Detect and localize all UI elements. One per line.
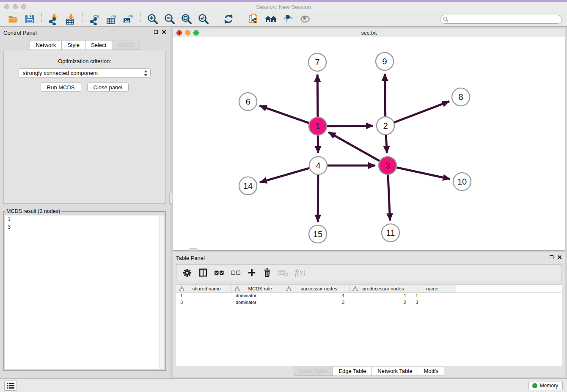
graph-edge-1-7[interactable]: [317, 75, 318, 118]
column-header-predecessor-nodes[interactable]: predecessor nodes: [350, 285, 411, 293]
graph-node-2[interactable]: 2: [377, 117, 394, 135]
app-titlebar: Session: New Session: [0, 2, 567, 12]
graph-edge-2-9[interactable]: [385, 74, 385, 118]
close-panel-icon[interactable]: [162, 30, 166, 34]
open-session-button[interactable]: [7, 13, 20, 25]
graph-edge-2-8[interactable]: [393, 101, 449, 123]
close-panel-button[interactable]: Close panel: [87, 83, 129, 92]
tab-motifs[interactable]: Motifs: [418, 367, 444, 376]
svg-text:9: 9: [382, 57, 387, 66]
reset-home-button[interactable]: [264, 13, 278, 25]
save-session-button[interactable]: [23, 13, 36, 25]
pane-divider-handle[interactable]: [169, 193, 172, 204]
graph-node-14[interactable]: 14: [239, 177, 257, 195]
task-history-button[interactable]: [4, 381, 17, 391]
graph-node-7[interactable]: 7: [308, 53, 326, 71]
graph-node-15[interactable]: 15: [309, 225, 327, 243]
tab-select[interactable]: Select: [85, 41, 112, 50]
import-table-button[interactable]: [64, 13, 77, 26]
graph-node-1[interactable]: 1: [309, 117, 327, 135]
run-mcds-button[interactable]: Run MCDS: [41, 83, 81, 92]
tab-network[interactable]: Network: [30, 41, 62, 50]
column-visibility-button[interactable]: [198, 268, 208, 277]
graph-node-6[interactable]: 6: [239, 93, 257, 110]
horizontal-splitter-grip[interactable]: [190, 248, 197, 251]
graph-edge-3-1[interactable]: [328, 132, 380, 161]
column-header-shared-name[interactable]: shared name: [176, 285, 231, 293]
zoom-out-button[interactable]: [163, 12, 176, 26]
svg-text:3: 3: [385, 161, 390, 170]
graph-edge-3-10[interactable]: [396, 167, 450, 179]
tab-node-table[interactable]: Node Table: [294, 367, 333, 376]
column-header-successor-nodes[interactable]: successor nodes: [283, 285, 350, 293]
graph-edge-3-11[interactable]: [388, 174, 390, 221]
float-table-panel-icon[interactable]: [550, 255, 553, 259]
graph-edge-4-14[interactable]: [260, 168, 311, 182]
toolbar-separator: [241, 13, 241, 25]
function-builder-button[interactable]: f(x): [295, 268, 306, 277]
export-network-button[interactable]: [88, 13, 102, 26]
graph-node-10[interactable]: 10: [453, 173, 471, 190]
network-canvas[interactable]: 1234678910111415: [173, 37, 565, 250]
select-stepper-icon: [144, 70, 148, 77]
import-network-button[interactable]: [47, 13, 61, 26]
graph-edge-1-2[interactable]: [326, 126, 373, 126]
control-panel-tabs: Network Style Select MCDS: [0, 41, 170, 50]
graph-node-3[interactable]: 3: [379, 157, 396, 174]
node-table: shared name MCDS role successor nodes pr…: [176, 284, 562, 366]
table-options-button[interactable]: [182, 268, 192, 278]
zoom-fit-button[interactable]: [180, 12, 193, 26]
graph-node-11[interactable]: 11: [382, 224, 399, 242]
tab-mcds[interactable]: MCDS: [112, 41, 140, 50]
export-image-button[interactable]: [121, 13, 135, 26]
tab-style[interactable]: Style: [62, 41, 85, 50]
delete-table-button[interactable]: [278, 268, 289, 277]
table-panel-header: Table Panel: [173, 252, 565, 263]
close-table-panel-icon[interactable]: [557, 255, 562, 259]
graph-edge-1-6[interactable]: [259, 106, 310, 124]
result-scrollbar[interactable]: [159, 215, 164, 369]
graph-edge-4-15[interactable]: [318, 174, 318, 222]
float-panel-icon[interactable]: [154, 30, 158, 34]
tab-edge-table[interactable]: Edge Table: [333, 367, 372, 376]
main-toolbar: [0, 12, 567, 27]
hide-graphics-details-button[interactable]: [281, 12, 295, 26]
delete-rows-button[interactable]: [263, 268, 272, 278]
search-input[interactable]: [440, 15, 562, 24]
mcds-result-area[interactable]: 1 3: [5, 215, 164, 369]
zoom-in-button[interactable]: [146, 12, 160, 26]
column-header-name[interactable]: name: [411, 285, 456, 293]
table-row[interactable]: 3 dominator 3 2 3: [176, 300, 562, 306]
svg-text:2: 2: [383, 121, 388, 130]
export-network-icon: [89, 14, 101, 25]
tab-network-table[interactable]: Network Table: [372, 367, 418, 376]
table-row[interactable]: 1 dominator 4 1 1: [176, 293, 562, 300]
refresh-icon: [223, 13, 234, 25]
mcds-result-title: MCDS result (2 nodes): [5, 208, 61, 214]
graph-node-4[interactable]: 4: [309, 157, 327, 174]
mcds-tab-content: Optimization criterion: strongly connect…: [3, 51, 166, 204]
criterion-select[interactable]: strongly connected component: [19, 68, 151, 77]
list-icon: [6, 382, 15, 389]
search-container: [440, 15, 562, 24]
clone-network-button[interactable]: [247, 12, 260, 26]
column-header-mcds-role[interactable]: MCDS role: [231, 285, 283, 293]
graph-node-9[interactable]: 9: [376, 52, 394, 70]
app-title: Session: New Session: [0, 4, 567, 10]
network-window-titlebar[interactable]: x − + scc.txt: [173, 28, 565, 37]
graph-edge-2-3[interactable]: [386, 134, 387, 153]
toolbar-separator: [216, 13, 216, 25]
memory-button[interactable]: Memory: [528, 381, 563, 390]
export-table-button[interactable]: [105, 13, 118, 26]
add-row-button[interactable]: [247, 268, 256, 277]
hierarchy-icon: [286, 286, 292, 292]
deselect-all-button[interactable]: [231, 270, 241, 276]
trash-icon: [263, 268, 272, 278]
network-window-title: scc.txt: [173, 30, 565, 36]
graph-node-8[interactable]: 8: [452, 88, 470, 106]
select-all-button[interactable]: [214, 270, 224, 276]
show-graphics-details-button[interactable]: [298, 12, 312, 26]
hierarchy-icon: [179, 286, 184, 292]
zoom-selected-button[interactable]: [197, 12, 210, 26]
apply-layout-button[interactable]: [222, 12, 235, 26]
